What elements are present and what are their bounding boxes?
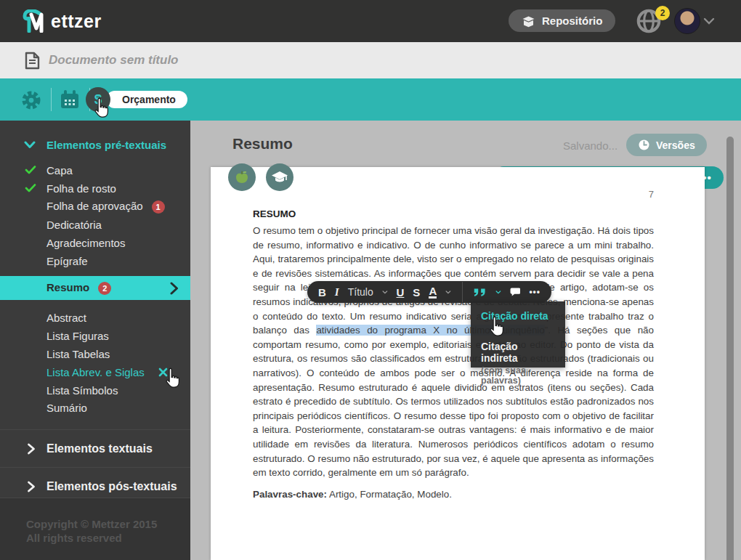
italic-button[interactable]: I — [335, 286, 339, 299]
cursor-pointer-icon — [487, 315, 506, 338]
logo-text: ettzer — [51, 11, 102, 32]
sidebar-item-epigrafe[interactable]: Epígrafe — [0, 251, 190, 270]
paragraph-text: ”. Há seções que não comportam resumo, c… — [253, 325, 654, 478]
sidebar-item-lista-tabelas[interactable]: Lista Tabelas — [0, 344, 190, 363]
scrollbar-thumb[interactable] — [726, 137, 734, 560]
keywords-line: Palavras-chave: Artigo, Formatação, Mode… — [253, 487, 654, 502]
cursor-pointer-icon — [163, 367, 182, 389]
chevron-down-icon[interactable] — [495, 290, 501, 295]
document-icon — [25, 52, 40, 70]
mettzer-logo-icon — [22, 9, 49, 33]
box-icon — [522, 15, 535, 28]
chevron-down-icon[interactable] — [445, 290, 451, 295]
section-title: Elementos pré-textuais — [46, 139, 166, 151]
sidebar-item-dedicatoria[interactable]: Dedicatória — [0, 215, 190, 234]
sidebar-item-agradecimentos[interactable]: Agradecimentos — [0, 233, 190, 252]
notification-badge: 2 — [655, 6, 670, 20]
sidebar-item-lista-figuras[interactable]: Lista Figuras — [0, 326, 190, 345]
chevron-right-icon — [170, 282, 179, 295]
sidebar-item-label: Folha de aprovação — [46, 200, 143, 212]
bold-button[interactable]: B — [318, 286, 326, 299]
chevron-down-icon[interactable] — [382, 290, 388, 295]
sidebar: Elementos pré-textuais Capa Folha de ros… — [0, 121, 190, 560]
sidebar-item-capa[interactable]: Capa — [0, 161, 190, 179]
budget-label[interactable]: Orçamento — [106, 91, 187, 108]
sidebar-item-abstract[interactable]: Abstract — [0, 308, 190, 327]
sidebar-item-resumo-active[interactable]: Resumo2 — [0, 276, 190, 300]
saving-status: Salvando... — [563, 139, 618, 152]
sidebar-section-pre-textual[interactable]: Elementos pré-textuais — [0, 135, 190, 154]
language-globe-button[interactable]: 2 — [635, 7, 667, 36]
sidebar-item-label: Sumário — [46, 402, 87, 414]
sidebar-item-label: Lista Símbolos — [46, 384, 118, 397]
document-title-bar: Documento sem título — [0, 42, 741, 78]
page-title: Resumo — [232, 135, 293, 153]
graduation-cap-icon — [271, 170, 288, 184]
chevron-down-icon[interactable] — [703, 17, 715, 25]
milestone-apple-handle[interactable] — [228, 163, 256, 191]
keywords-label: Palavras-chave: — [253, 489, 327, 500]
milestone-graduation-handle[interactable] — [266, 163, 293, 191]
sidebar-item-lista-abrev-siglas[interactable]: Lista Abrev. e Siglas — [0, 362, 190, 381]
sidebar-item-label: Lista Figuras — [46, 330, 109, 342]
citation-quote-button[interactable] — [474, 287, 487, 298]
cursor-pointer-icon — [92, 97, 111, 119]
avatar[interactable] — [674, 8, 700, 34]
sidebar-item-label: Folha de rosto — [46, 182, 116, 195]
sidebar-item-sumario[interactable]: Sumário — [0, 398, 190, 417]
issues-badge: 1 — [152, 200, 165, 214]
sidebar-item-label: Resumo — [46, 281, 89, 293]
copyright-line: Copyright © Mettzer 2015 — [26, 517, 190, 531]
versions-button[interactable]: Versões — [626, 134, 707, 156]
repository-button[interactable]: Repositório — [509, 9, 615, 32]
citation-dropdown: Citação direta Citação indireta (com sua… — [471, 301, 565, 368]
sidebar-item-folha-de-rosto[interactable]: Folha de rosto — [0, 179, 190, 198]
text-color-button[interactable]: A — [429, 286, 437, 299]
comment-button[interactable] — [510, 286, 521, 298]
sidebar-footer: Copyright © Mettzer 2015 All rights rese… — [0, 498, 190, 560]
action-bar: Orçamento $ 100% Comentários — [0, 78, 741, 121]
sidebar-item-label: Abstract — [46, 312, 86, 324]
check-icon — [23, 184, 39, 192]
mettzer-logo[interactable]: ettzer — [22, 9, 102, 33]
settings-gear-icon[interactable] — [20, 89, 42, 111]
document-text[interactable]: O resumo tem o objetivo principal de for… — [253, 224, 654, 501]
check-icon — [23, 166, 39, 174]
chevron-right-icon — [23, 443, 39, 455]
top-bar: ettzer Repositório 2 — [0, 0, 741, 42]
document-title[interactable]: Documento sem título — [49, 53, 179, 68]
menu-item-citacao-indireta[interactable]: Citação indireta — [481, 341, 555, 364]
strikethrough-button[interactable]: S — [413, 286, 420, 299]
format-more-button[interactable]: ••• — [529, 287, 540, 297]
sidebar-item-label: Dedicatória — [46, 219, 102, 231]
sidebar-item-label: Lista Tabelas — [46, 348, 110, 360]
mettzer-editor-window: ettzer Repositório 2 — [0, 0, 741, 560]
apple-icon — [235, 170, 249, 184]
document-page[interactable]: 7 RESUMO O resumo tem o objetivo princip… — [211, 167, 705, 560]
sidebar-item-label: Agradecimentos — [46, 237, 125, 249]
section-title: Elementos pós-textuais — [46, 480, 177, 493]
sidebar-item-lista-simbolos[interactable]: Lista Símbolos — [0, 381, 190, 399]
menu-item-hint: (com suas palavras) — [481, 365, 555, 386]
page-number: 7 — [649, 189, 654, 200]
section-title: Elementos textuais — [46, 442, 153, 455]
sidebar-item-folha-de-aprovacao[interactable]: Folha de aprovação1 — [0, 197, 190, 216]
document-heading: RESUMO — [253, 208, 296, 219]
calendar-icon[interactable] — [60, 89, 80, 110]
sidebar-item-label: Epígrafe — [46, 255, 88, 267]
issues-badge: 2 — [98, 282, 111, 295]
chevron-down-icon — [22, 141, 38, 149]
document-paragraph: O resumo tem o objetivo principal de for… — [253, 224, 654, 480]
title-style-button[interactable]: Título — [348, 286, 373, 298]
divider — [462, 282, 463, 302]
sidebar-section-textual[interactable]: Elementos textuais — [0, 429, 190, 467]
repository-button-label: Repositório — [542, 15, 602, 27]
divider — [51, 88, 52, 111]
sidebar-item-label: Capa — [46, 164, 73, 176]
underline-button[interactable]: U — [397, 286, 405, 299]
clock-icon — [638, 139, 650, 151]
copyright-line: All rights reserved — [26, 531, 190, 545]
keywords-text: Artigo, Formatação, Modelo. — [327, 489, 452, 500]
versions-button-label: Versões — [656, 139, 695, 151]
sidebar-item-label: Lista Abrev. e Siglas — [46, 366, 145, 378]
